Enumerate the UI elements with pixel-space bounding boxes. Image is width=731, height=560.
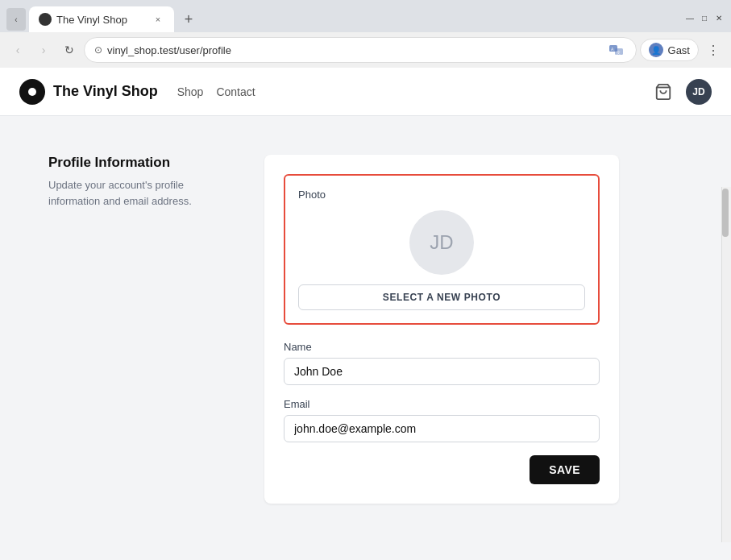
maximize-button[interactable]: □ <box>699 12 710 23</box>
tab-close-button[interactable]: × <box>152 13 164 26</box>
email-input[interactable] <box>284 415 600 442</box>
refresh-button[interactable]: ↻ <box>58 39 81 61</box>
close-window-button[interactable]: ✕ <box>713 12 725 23</box>
browser-profile-label: Gast <box>668 44 690 56</box>
window-controls: — □ ✕ <box>684 12 725 27</box>
save-button[interactable]: SAVE <box>530 455 600 484</box>
tab-favicon <box>39 13 52 26</box>
profile-card: Photo JD SELECT A NEW PHOTO Name Email S… <box>264 155 619 504</box>
header-actions: JD <box>650 79 712 105</box>
forward-button[interactable]: › <box>32 39 55 61</box>
card-footer: SAVE <box>284 455 600 484</box>
active-tab[interactable]: The Vinyl Shop × <box>29 6 174 32</box>
avatar-circle: JD <box>409 210 474 275</box>
scrollbar-thumb[interactable] <box>722 189 729 237</box>
logo-text: The Vinyl Shop <box>53 83 158 100</box>
select-photo-button[interactable]: SELECT A NEW PHOTO <box>298 284 585 310</box>
tab-bar: ‹ The Vinyl Shop × + — □ ✕ <box>0 0 731 32</box>
logo-area: The Vinyl Shop <box>19 79 158 105</box>
name-input[interactable] <box>284 358 600 385</box>
url-bar[interactable]: ⊙ vinyl_shop.test/user/profile A 文 <box>84 37 637 63</box>
translate-icon[interactable]: A 文 <box>607 40 626 60</box>
minimize-button[interactable]: — <box>684 12 696 23</box>
lock-icon: ⊙ <box>94 44 102 56</box>
app-header: The Vinyl Shop Shop Contact JD <box>0 68 731 116</box>
photo-section: Photo JD SELECT A NEW PHOTO <box>284 174 600 325</box>
email-field-group: Email <box>284 398 600 442</box>
url-text: vinyl_shop.test/user/profile <box>107 44 602 56</box>
section-description: Update your account's profile informatio… <box>48 177 226 209</box>
browser-profile-button[interactable]: 👤 Gast <box>640 39 699 61</box>
main-nav: Shop Contact <box>177 85 255 98</box>
svg-text:文: 文 <box>617 50 621 55</box>
browser-profile-icon: 👤 <box>649 43 663 57</box>
browser-chrome: ‹ The Vinyl Shop × + — □ ✕ ‹ › ↻ ⊙ vinyl… <box>0 0 731 68</box>
tab-scroll-left[interactable]: ‹ <box>6 8 26 31</box>
scrollbar[interactable] <box>721 187 731 542</box>
new-tab-button[interactable]: + <box>177 8 200 31</box>
left-section: Profile Information Update your account'… <box>48 155 226 504</box>
user-avatar[interactable]: JD <box>686 79 712 105</box>
logo-disc-inner <box>28 88 36 96</box>
tab-title: The Vinyl Shop <box>56 14 147 26</box>
section-title: Profile Information <box>48 155 226 171</box>
nav-link-contact[interactable]: Contact <box>216 85 255 98</box>
cart-button[interactable] <box>650 79 676 105</box>
name-field-group: Name <box>284 341 600 385</box>
email-label: Email <box>284 398 600 410</box>
back-button[interactable]: ‹ <box>6 39 29 61</box>
nav-link-shop[interactable]: Shop <box>177 85 204 98</box>
logo-disc <box>19 79 45 105</box>
photo-label: Photo <box>298 189 585 201</box>
name-label: Name <box>284 341 600 353</box>
browser-menu-button[interactable]: ⋮ <box>702 39 725 61</box>
address-bar: ‹ › ↻ ⊙ vinyl_shop.test/user/profile A 文… <box>0 32 731 68</box>
page-content: Profile Information Update your account'… <box>0 116 731 542</box>
